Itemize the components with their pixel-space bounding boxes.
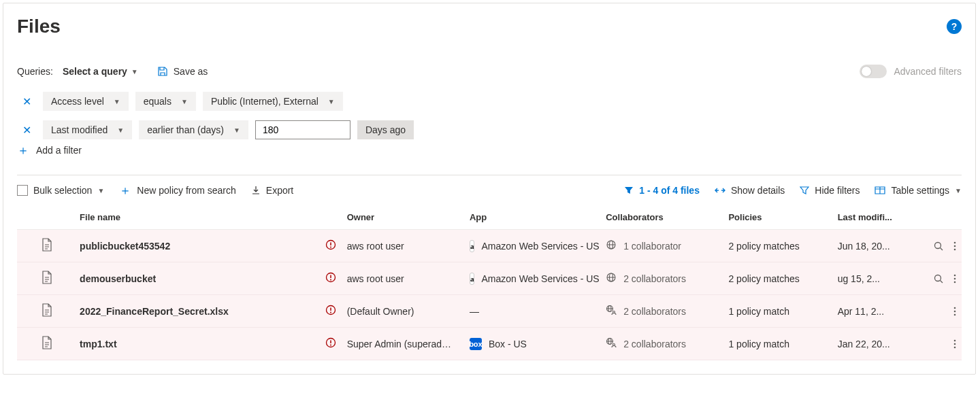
modified-cell: Jun 18, 20...: [832, 230, 900, 262]
svg-point-40: [954, 343, 956, 345]
app-cell: —: [470, 306, 595, 317]
save-as-button[interactable]: Save as: [157, 66, 208, 77]
remove-filter-button[interactable]: ✕: [17, 120, 36, 139]
filter-field-label: Last modified: [51, 124, 108, 135]
svg-line-18: [941, 280, 943, 283]
app-label: Amazon Web Services - US: [481, 241, 599, 252]
filter-operator-label: equals: [144, 96, 172, 107]
modified-cell: Apr 11, 2...: [832, 295, 900, 328]
bulk-selection-button[interactable]: Bulk selection ▼: [17, 185, 104, 196]
plus-icon: ＋: [17, 142, 29, 158]
table-row[interactable]: tmp1.txtSuper Admin (superadmin@c...boxB…: [17, 328, 962, 360]
filter-field-dropdown[interactable]: Last modified▼: [43, 120, 132, 139]
export-button[interactable]: Export: [251, 185, 293, 196]
app-cell: boxBox - US: [470, 338, 595, 350]
filter-operator-dropdown[interactable]: earlier than (days)▼: [139, 120, 248, 139]
svg-point-21: [954, 281, 956, 283]
chevron-down-icon: ▼: [117, 126, 124, 134]
svg-point-30: [954, 310, 956, 312]
hide-filters-button[interactable]: Hide filters: [800, 185, 860, 196]
chevron-down-icon: ▼: [328, 98, 335, 105]
table-row[interactable]: 2022_FinanceReport_Secret.xlsx(Default O…: [17, 295, 962, 328]
help-icon[interactable]: ?: [947, 19, 962, 34]
more-icon[interactable]: [953, 306, 956, 317]
svg-point-39: [954, 339, 956, 341]
new-policy-label: New policy from search: [137, 185, 236, 196]
svg-point-8: [954, 241, 956, 243]
app-cell: aAmazon Web Services - US: [470, 240, 595, 252]
filter-value-input[interactable]: [255, 120, 350, 139]
table-settings-button[interactable]: Table settings ▼: [875, 185, 962, 196]
collaborators-cell: 2 collaborators: [606, 337, 717, 350]
box-icon: box: [470, 338, 482, 350]
svg-point-24: [330, 312, 331, 313]
col-file-name[interactable]: File name: [74, 205, 320, 230]
policies-cell: 1 policy match: [723, 328, 832, 360]
chevron-down-icon: ▼: [181, 98, 188, 105]
add-filter-label: Add a filter: [36, 145, 82, 156]
warning-icon: [325, 274, 336, 285]
export-label: Export: [266, 185, 293, 196]
save-as-label: Save as: [174, 66, 208, 77]
col-collaborators[interactable]: Collaborators: [600, 205, 723, 230]
app-cell: aAmazon Web Services - US: [470, 273, 595, 285]
svg-point-10: [954, 248, 956, 250]
user-globe-icon: [606, 337, 617, 350]
chevron-down-icon: ▼: [114, 98, 120, 105]
col-policies[interactable]: Policies: [723, 205, 832, 230]
collaborators-label: 2 collaborators: [623, 273, 686, 284]
col-owner[interactable]: Owner: [342, 205, 464, 230]
file-name: publicbucket453542: [74, 230, 320, 262]
collaborators-label: 2 collaborators: [623, 306, 686, 317]
advanced-filters-toggle[interactable]: [860, 65, 887, 78]
filter-operator-label: earlier than (days): [147, 124, 224, 135]
more-icon[interactable]: [953, 241, 956, 252]
collaborators-label: 1 collaborator: [623, 241, 681, 252]
filter-value-dropdown[interactable]: Public (Internet), External▼: [203, 92, 343, 111]
file-icon: [42, 271, 52, 284]
svg-point-13: [330, 279, 331, 281]
show-details-label: Show details: [731, 185, 785, 196]
chevron-down-icon: ▼: [233, 126, 240, 134]
filter-field-dropdown[interactable]: Access level▼: [43, 92, 129, 111]
modified-cell: Jan 22, 20...: [832, 328, 900, 360]
table-settings-label: Table settings: [891, 185, 949, 196]
new-policy-button[interactable]: ＋ New policy from search: [119, 182, 236, 199]
filter-row: ✕Access level▼equals▼Public (Internet), …: [17, 92, 962, 111]
save-icon: [157, 66, 168, 77]
hide-filters-label: Hide filters: [815, 185, 860, 196]
file-icon: [42, 238, 52, 252]
owner-cell: aws root user: [342, 262, 464, 295]
col-app[interactable]: App: [464, 205, 600, 230]
aws-icon: a: [470, 273, 475, 285]
chevron-down-icon: ▼: [131, 68, 138, 75]
policies-cell: 2 policy matches: [723, 230, 832, 262]
table-row[interactable]: publicbucket453542aws root useraAmazon W…: [17, 230, 962, 262]
expand-icon: [715, 186, 725, 195]
globe-icon: [606, 272, 617, 285]
divider: [17, 175, 962, 175]
query-selector[interactable]: Select a query ▼: [63, 66, 138, 77]
app-label: Amazon Web Services - US: [481, 273, 599, 284]
chevron-down-icon: ▼: [97, 187, 104, 194]
table-row[interactable]: demouserbucketaws root useraAmazon Web S…: [17, 262, 962, 295]
show-details-button[interactable]: Show details: [715, 185, 785, 196]
search-icon[interactable]: [933, 241, 944, 252]
owner-cell: Super Admin (superadmin@c...: [342, 328, 464, 360]
result-count-label: 1 - 4 of 4 files: [639, 185, 700, 196]
col-last-modified[interactable]: Last modifi...: [832, 205, 900, 230]
search-icon[interactable]: [933, 273, 944, 284]
funnel-icon: [800, 186, 809, 195]
files-table: File name Owner App Collaborators Polici…: [17, 205, 962, 360]
more-icon[interactable]: [953, 339, 956, 349]
advanced-filters-label: Advanced filters: [894, 66, 962, 77]
svg-point-17: [935, 275, 941, 281]
file-name: 2022_FinanceReport_Secret.xlsx: [74, 295, 320, 328]
svg-point-29: [954, 307, 956, 309]
aws-icon: a: [470, 240, 475, 252]
remove-filter-button[interactable]: ✕: [17, 92, 36, 111]
add-filter-button[interactable]: ＋ Add a filter: [17, 142, 82, 158]
more-icon[interactable]: [953, 273, 956, 284]
download-icon: [251, 186, 261, 195]
filter-operator-dropdown[interactable]: equals▼: [135, 92, 196, 111]
